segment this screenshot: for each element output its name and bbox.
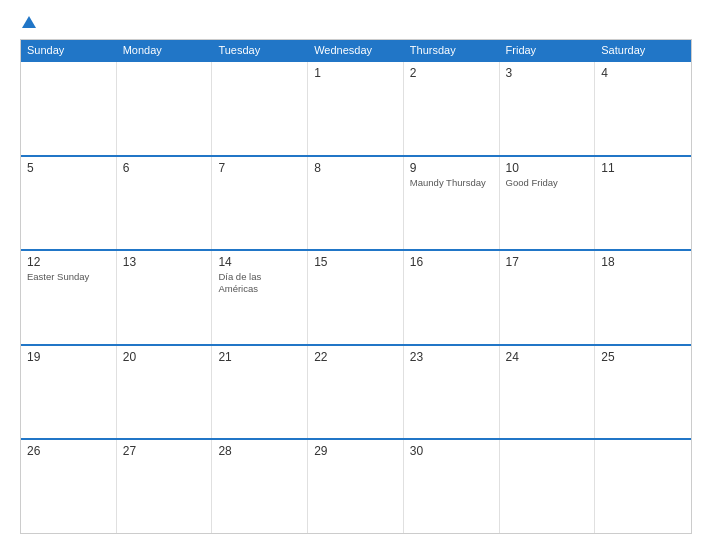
day-number: 26 — [27, 444, 110, 458]
day-cell: 15 — [308, 251, 404, 344]
day-number: 7 — [218, 161, 301, 175]
day-cell: 18 — [595, 251, 691, 344]
day-number: 17 — [506, 255, 589, 269]
day-header: Wednesday — [308, 40, 404, 60]
day-number: 15 — [314, 255, 397, 269]
logo — [20, 16, 36, 29]
holiday-label: Maundy Thursday — [410, 177, 493, 188]
day-header: Thursday — [404, 40, 500, 60]
day-cell: 20 — [117, 346, 213, 439]
day-cell: 6 — [117, 157, 213, 250]
day-number: 2 — [410, 66, 493, 80]
day-number: 27 — [123, 444, 206, 458]
day-number: 23 — [410, 350, 493, 364]
day-number: 16 — [410, 255, 493, 269]
holiday-label: Día de las Américas — [218, 271, 301, 294]
day-cell: 29 — [308, 440, 404, 533]
day-number: 12 — [27, 255, 110, 269]
calendar-grid: SundayMondayTuesdayWednesdayThursdayFrid… — [20, 39, 692, 534]
day-number: 1 — [314, 66, 397, 80]
week-row: 1234 — [21, 60, 691, 155]
day-header: Tuesday — [212, 40, 308, 60]
day-number: 13 — [123, 255, 206, 269]
day-number: 4 — [601, 66, 685, 80]
day-cell: 1 — [308, 62, 404, 155]
day-number: 21 — [218, 350, 301, 364]
day-cell: 12Easter Sunday — [21, 251, 117, 344]
logo-blue-text — [20, 16, 36, 29]
day-number: 25 — [601, 350, 685, 364]
day-number: 8 — [314, 161, 397, 175]
holiday-label: Good Friday — [506, 177, 589, 188]
day-cell: 4 — [595, 62, 691, 155]
day-cell: 7 — [212, 157, 308, 250]
day-header: Saturday — [595, 40, 691, 60]
day-cell: 22 — [308, 346, 404, 439]
day-number: 5 — [27, 161, 110, 175]
week-row: 19202122232425 — [21, 344, 691, 439]
day-number: 3 — [506, 66, 589, 80]
weeks-container: 123456789Maundy Thursday10Good Friday111… — [21, 60, 691, 533]
day-number: 9 — [410, 161, 493, 175]
day-cell: 17 — [500, 251, 596, 344]
day-cell: 27 — [117, 440, 213, 533]
week-row: 56789Maundy Thursday10Good Friday11 — [21, 155, 691, 250]
day-cell: 24 — [500, 346, 596, 439]
day-number: 22 — [314, 350, 397, 364]
week-row: 12Easter Sunday1314Día de las Américas15… — [21, 249, 691, 344]
day-cell: 23 — [404, 346, 500, 439]
day-cell: 19 — [21, 346, 117, 439]
day-cell: 26 — [21, 440, 117, 533]
calendar-page: SundayMondayTuesdayWednesdayThursdayFrid… — [0, 0, 712, 550]
day-cell: 14Día de las Américas — [212, 251, 308, 344]
day-cell: 5 — [21, 157, 117, 250]
day-header: Sunday — [21, 40, 117, 60]
day-cell: 16 — [404, 251, 500, 344]
day-header: Monday — [117, 40, 213, 60]
day-cell: 25 — [595, 346, 691, 439]
day-cell — [212, 62, 308, 155]
day-number: 18 — [601, 255, 685, 269]
week-row: 2627282930 — [21, 438, 691, 533]
day-number: 20 — [123, 350, 206, 364]
day-number: 10 — [506, 161, 589, 175]
day-cell: 10Good Friday — [500, 157, 596, 250]
header — [20, 16, 692, 29]
day-number: 30 — [410, 444, 493, 458]
logo-triangle-icon — [22, 16, 36, 28]
day-number: 24 — [506, 350, 589, 364]
day-cell: 9Maundy Thursday — [404, 157, 500, 250]
day-number: 28 — [218, 444, 301, 458]
day-cell: 30 — [404, 440, 500, 533]
day-cell: 28 — [212, 440, 308, 533]
day-cell: 21 — [212, 346, 308, 439]
day-cell: 8 — [308, 157, 404, 250]
day-number: 6 — [123, 161, 206, 175]
day-headers-row: SundayMondayTuesdayWednesdayThursdayFrid… — [21, 40, 691, 60]
day-cell — [21, 62, 117, 155]
day-cell: 11 — [595, 157, 691, 250]
holiday-label: Easter Sunday — [27, 271, 110, 282]
day-cell: 2 — [404, 62, 500, 155]
day-header: Friday — [500, 40, 596, 60]
day-cell — [595, 440, 691, 533]
day-number: 19 — [27, 350, 110, 364]
day-cell: 3 — [500, 62, 596, 155]
day-cell: 13 — [117, 251, 213, 344]
day-cell — [117, 62, 213, 155]
day-number: 29 — [314, 444, 397, 458]
day-number: 14 — [218, 255, 301, 269]
day-cell — [500, 440, 596, 533]
day-number: 11 — [601, 161, 685, 175]
